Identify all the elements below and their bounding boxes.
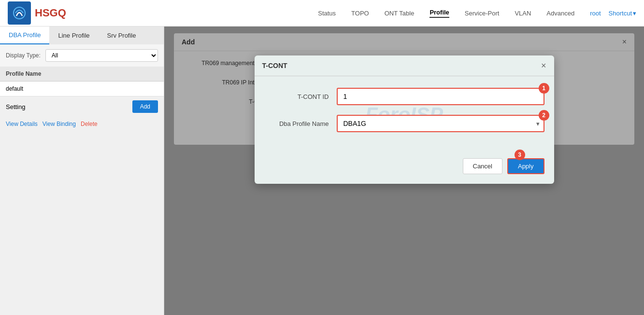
nav-profile[interactable]: Profile	[429, 9, 449, 18]
nav-user[interactable]: root	[590, 10, 601, 17]
setting-label: Setting	[6, 103, 25, 110]
profile-row-default[interactable]: default	[0, 82, 164, 96]
apply-button[interactable]: Apply	[507, 158, 544, 174]
setting-row: Setting Add	[0, 96, 164, 117]
profile-table-header: Profile Name	[0, 67, 164, 82]
dba-profile-row: 2 Dba Profile Name DBA1G default ▾	[264, 115, 544, 132]
nav-advanced[interactable]: Advanced	[546, 10, 574, 17]
display-type-label: Display Type:	[6, 52, 41, 59]
sidebar-add-button[interactable]: Add	[132, 100, 158, 113]
sidebar: DBA Profile Line Profile Srv Profile Dis…	[0, 27, 164, 315]
tcont-id-input[interactable]	[337, 88, 544, 105]
tab-dba-profile[interactable]: DBA Profile	[0, 27, 49, 44]
step-2-badge: 2	[539, 110, 549, 121]
step-1-badge: 1	[539, 83, 549, 94]
modal-header: T-CONT ×	[255, 55, 554, 76]
tab-bar: DBA Profile Line Profile Srv Profile	[0, 27, 164, 44]
delete-link[interactable]: Delete	[81, 121, 98, 127]
view-binding-link[interactable]: View Binding	[43, 121, 76, 127]
display-type-select[interactable]: All	[45, 49, 158, 62]
display-type-row: Display Type: All	[0, 44, 164, 67]
logo-area: HSGQ	[8, 1, 66, 25]
tab-line-profile[interactable]: Line Profile	[49, 27, 98, 44]
background-panel: Add × TR069 management Mode Disable ▾	[164, 27, 644, 315]
nav-right: root Shortcut ▾	[590, 10, 636, 17]
modal-body: ForoISP 1 T-CONT ID 2 Dba Profil	[255, 76, 554, 153]
view-links: View Details View Binding Delete	[0, 117, 164, 131]
modal-title: T-CONT	[262, 62, 287, 69]
top-navigation: HSGQ Status TOPO ONT Table Profile Servi…	[0, 0, 644, 27]
nav-vlan[interactable]: VLAN	[515, 10, 531, 17]
dba-profile-select-wrap: DBA1G default ▾	[337, 115, 544, 132]
nav-status[interactable]: Status	[318, 10, 336, 17]
right-content: Add × TR069 management Mode Disable ▾	[164, 27, 644, 315]
modal-footer: 3 Cancel Apply	[255, 153, 554, 184]
step-3-badge: 3	[515, 150, 525, 160]
tcont-id-row: 1 T-CONT ID	[264, 88, 544, 105]
nav-links: Status TOPO ONT Table Profile Service-Po…	[318, 9, 574, 18]
tcont-id-label: T-CONT ID	[264, 93, 337, 100]
modal-close-button[interactable]: ×	[541, 61, 546, 70]
dba-profile-select[interactable]: DBA1G default	[337, 115, 544, 132]
nav-topo[interactable]: TOPO	[351, 10, 369, 17]
logo-icon	[8, 1, 31, 25]
tab-srv-profile[interactable]: Srv Profile	[99, 27, 145, 44]
dba-profile-name-label: Dba Profile Name	[264, 120, 337, 127]
modal-overlay: T-CONT × ForoISP 1 T-CONT ID	[164, 27, 644, 315]
view-details-link[interactable]: View Details	[6, 121, 38, 127]
main-area: DBA Profile Line Profile Srv Profile Dis…	[0, 27, 644, 315]
nav-service-port[interactable]: Service-Port	[465, 10, 500, 17]
cancel-button[interactable]: Cancel	[463, 158, 502, 174]
logo-text: HSGQ	[35, 7, 66, 19]
tcont-modal: T-CONT × ForoISP 1 T-CONT ID	[255, 55, 554, 184]
nav-shortcut[interactable]: Shortcut ▾	[609, 10, 636, 17]
nav-ont-table[interactable]: ONT Table	[385, 10, 415, 17]
